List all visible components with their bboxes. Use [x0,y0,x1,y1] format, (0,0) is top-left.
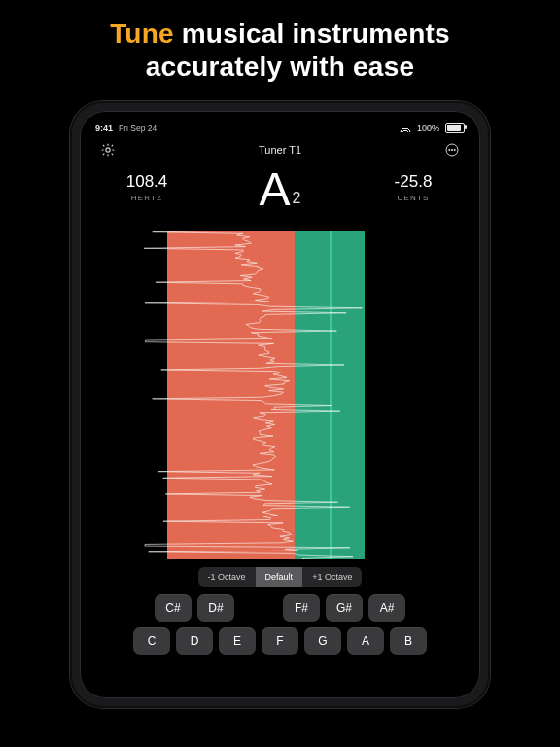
octave-down-button[interactable]: -1 Octave [198,567,256,587]
battery-percent: 100% [417,124,439,133]
promo-accent: Tune [110,18,174,49]
key-Fsharp[interactable]: F# [283,594,320,622]
key-C[interactable]: C [133,627,170,655]
key-G[interactable]: G [304,627,341,655]
cents-readout: -25.8 CENTS [379,172,447,202]
note-letter: A [260,166,291,213]
svg-point-2 [449,149,450,150]
octave-default-button[interactable]: Default [256,567,303,587]
key-Gsharp[interactable]: G# [326,594,363,622]
key-Dsharp[interactable]: D# [197,594,234,622]
nav-bar: Tuner T1 [86,135,474,166]
svg-point-4 [454,149,455,150]
more-button[interactable] [441,139,463,160]
battery-icon [445,123,465,133]
sharps-row: C#D#F#G#A# [155,594,405,622]
device-frame: 9:41 Fri Sep 24 100% [70,101,490,708]
device-bezel: 9:41 Fri Sep 24 100% [80,111,480,698]
readout-row: 108.4 HERTZ A 2 -25.8 CENTS [86,166,474,225]
cents-label: CENTS [397,194,429,202]
hertz-readout: 108.4 HERTZ [113,172,181,202]
status-bar: 9:41 Fri Sep 24 100% [86,117,474,135]
note-octave: 2 [293,190,301,207]
key-D[interactable]: D [176,627,213,655]
key-E[interactable]: E [219,627,256,655]
promo-headline: Tune musical instruments accurately with… [0,18,560,83]
svg-point-3 [451,149,452,150]
pitch-trace [103,231,457,559]
key-F[interactable]: F [262,627,298,655]
wifi-icon [400,124,411,132]
waveform-display [103,231,457,559]
more-icon [444,142,460,158]
hertz-label: HERTZ [131,194,163,202]
key-B[interactable]: B [390,627,427,655]
status-time: 9:41 [95,124,113,133]
note-readout: A 2 [260,166,301,213]
naturals-row: CDEFGAB [133,627,427,655]
gear-icon [100,142,116,158]
key-A[interactable]: A [347,627,384,655]
key-Csharp[interactable]: C# [155,594,192,622]
cents-value: -25.8 [395,172,433,192]
svg-point-0 [106,148,110,152]
octave-segmented: -1 Octave Default +1 Octave [86,567,474,587]
hertz-value: 108.4 [126,172,168,192]
screen: 9:41 Fri Sep 24 100% [86,117,474,693]
status-date: Fri Sep 24 [119,124,157,133]
promo-line1: musical instruments [182,18,450,49]
note-keyboard: C#D#F#G#A# CDEFGAB [86,592,474,666]
promo-line2: accurately with ease [146,52,414,82]
key-Asharp[interactable]: A# [368,594,405,622]
octave-up-button[interactable]: +1 Octave [302,567,362,587]
page-title: Tuner T1 [119,144,441,156]
settings-button[interactable] [97,139,119,160]
